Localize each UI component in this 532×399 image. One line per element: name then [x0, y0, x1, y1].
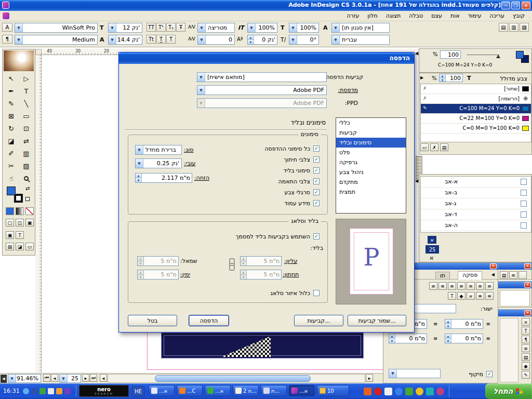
mini-button-aleph[interactable]: א [522, 318, 530, 326]
zoom-tool[interactable] [19, 172, 34, 184]
menu-view[interactable]: תצוגה [382, 12, 405, 19]
quick-launch-icon[interactable] [395, 388, 403, 395]
menu-layout[interactable]: עימוד [464, 12, 486, 19]
section-general[interactable]: כללי [336, 118, 406, 128]
mini-palette-content[interactable] [500, 290, 530, 307]
tint-value-field[interactable]: 100 [440, 50, 461, 59]
nero-search-bar[interactable]: nero SEARCH [79, 385, 129, 397]
normal-view-button[interactable]: ▢ [6, 219, 14, 227]
menu-table[interactable]: טבלה [405, 12, 427, 19]
split-view-button[interactable]: ◫ [16, 219, 24, 227]
panel-dock-icon-3[interactable]: ▨ [520, 23, 529, 32]
justify-last-left-button[interactable]: ≡ [438, 282, 447, 290]
scroll-right-button[interactable]: ▸ [366, 374, 373, 382]
font-style-select[interactable]: Medium [15, 35, 98, 45]
strike-button[interactable]: T [166, 35, 176, 44]
setup-button[interactable]: קביעות... [294, 315, 343, 326]
default-fill-stroke-icon[interactable] [25, 197, 30, 201]
quick-launch-icon[interactable] [384, 388, 392, 395]
swatch-row-yellow[interactable]: C=0 M=0 Y=100 K=0 [421, 124, 531, 134]
menu-edit[interactable]: עריכה [485, 12, 509, 19]
panel-dock-icon-1[interactable]: ▤ [499, 23, 508, 32]
style-checkbox[interactable] [521, 222, 527, 229]
panel-expand-icon[interactable]: ▶ [420, 75, 423, 80]
quick-launch-icon[interactable] [426, 388, 434, 395]
swatch-options-button[interactable]: ▤ [440, 143, 448, 151]
page-number-select[interactable]: 25 [59, 374, 81, 383]
extra-button-1[interactable]: ▣ [6, 231, 14, 239]
extra-button-2[interactable]: T [16, 231, 24, 239]
new-swatch-button[interactable]: ▭ [420, 143, 429, 151]
print-button[interactable]: הדפסה [189, 315, 229, 326]
hyphenation-select[interactable] [389, 369, 441, 378]
previous-page-button[interactable]: ◂ [51, 374, 58, 382]
extra-button-4[interactable]: ◪ [16, 243, 24, 250]
use-document-bleed-checkbox[interactable]: ✓ [313, 233, 320, 240]
fill-swatch[interactable] [7, 187, 16, 195]
structure-pane-toggle[interactable]: ◀ [1, 375, 7, 383]
section-marks-and-bleed[interactable]: סימונים ובליד [336, 138, 406, 148]
frame-tool[interactable]: ⊠ [4, 110, 19, 122]
quick-launch-icon[interactable] [374, 388, 382, 395]
eyedropper-tool[interactable]: ✐ [4, 147, 19, 159]
tracking-select[interactable]: 0 [197, 35, 235, 45]
note-tool[interactable]: ▨ [19, 159, 34, 172]
pencil-tool[interactable]: ✎ [4, 97, 19, 110]
extra-button-3[interactable]: ▤ [6, 243, 14, 250]
preview-view-button[interactable]: ▣ [25, 219, 34, 227]
swatch-row-registration[interactable]: [הרשמה] ⊕ ✗ [421, 94, 531, 104]
window-titlebar[interactable]: [קלפים מעומד1.indd בהגדלה של 191 אחוז] -… [0, 0, 532, 11]
taskbar-button-1[interactable]: ...א [149, 385, 175, 396]
include-slug-checkbox[interactable] [313, 290, 320, 296]
print-dialog-titlebar[interactable]: הדפסה [119, 52, 414, 64]
justify-all-button[interactable]: ≡ [429, 282, 437, 290]
page-information-checkbox[interactable]: ✓ [313, 200, 320, 206]
mark-offset-field[interactable]: 2.117 מ"מ [135, 173, 192, 183]
style-checkbox[interactable] [521, 179, 527, 185]
swap-fill-stroke-icon[interactable]: ⇄ [25, 185, 30, 191]
para-direction-ltr-button[interactable]: ≡ [476, 292, 484, 300]
strikethrough-button[interactable]: Ŧ [176, 23, 185, 32]
rectangle-tool[interactable]: ▭ [19, 110, 34, 122]
selected-value-cell[interactable]: 25 [425, 245, 439, 254]
quick-launch-icon[interactable] [436, 388, 444, 395]
style-row[interactable]: א-אב [421, 177, 531, 188]
style-checkbox[interactable] [521, 190, 527, 196]
zoom-level-select[interactable]: 191.46% [8, 374, 41, 383]
align-center-button[interactable]: ≡ [476, 282, 484, 290]
taskbar-button-3[interactable]: ...א [205, 385, 231, 396]
underline-button[interactable]: T̲ [156, 35, 166, 44]
style-row[interactable]: ג-אב [421, 198, 531, 209]
all-caps-button[interactable]: TT [147, 23, 156, 32]
tray-icon[interactable] [56, 388, 62, 394]
mini-button-pencil[interactable]: ✎ [522, 371, 530, 379]
tray-icon[interactable] [39, 388, 46, 394]
mini-button-align[interactable]: ≡ [522, 344, 530, 352]
horizontal-scale-select[interactable]: 100% [289, 23, 319, 33]
hyphenate-checkbox[interactable]: ✓ [486, 371, 493, 377]
mark-type-select[interactable]: ברירת מחדל [135, 145, 182, 155]
tray-icon[interactable] [31, 388, 37, 394]
kerning-select[interactable]: מטריצה [197, 23, 235, 33]
apply-gradient-button[interactable] [16, 207, 24, 215]
section-summary[interactable]: תמצית [336, 187, 406, 197]
tab-paragraph[interactable]: פסקה [458, 271, 482, 280]
menu-type[interactable]: אות [446, 12, 464, 19]
section-output[interactable]: פלט [336, 148, 406, 157]
tray-icon[interactable] [23, 388, 29, 394]
horizontal-scrollbar-thumb[interactable] [155, 375, 311, 382]
vertical-ruler[interactable] [35, 55, 42, 383]
indent-field-1[interactable]: 0 מ"מ [445, 319, 483, 329]
start-button[interactable]: התחל [485, 383, 532, 399]
align-left-button[interactable]: ≡ [467, 282, 475, 290]
direct-selection-tool[interactable]: ▷ [19, 72, 34, 85]
menu-help[interactable]: עזרה [342, 12, 363, 19]
bleed-marks-checkbox[interactable]: ✓ [313, 167, 320, 174]
style-checkbox[interactable] [521, 201, 527, 207]
cancel-button[interactable]: בטל [128, 315, 177, 326]
first-page-button[interactable]: ⏮ [43, 374, 50, 382]
panel-collapse-icon[interactable]: ◀ [415, 51, 418, 56]
save-preset-button[interactable]: שמור קביעות... [348, 315, 406, 326]
extra-button-5[interactable]: ▭ [25, 243, 34, 250]
diacritics-button[interactable]: ◆ [457, 292, 466, 300]
